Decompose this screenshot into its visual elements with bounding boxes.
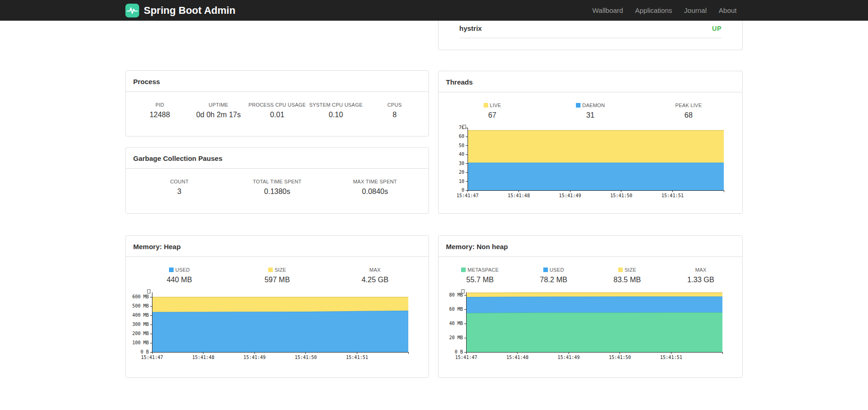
stat-threads-live: LIVE 67 [443, 102, 541, 120]
legend-swatch-metaspace [461, 268, 466, 272]
application-status-badge: UP [712, 25, 721, 32]
stat-nonheap-used: USED 78.2 MB [517, 267, 590, 284]
svg-text:15:41:49: 15:41:49 [243, 355, 265, 360]
svg-text:15:41:49: 15:41:49 [558, 355, 580, 360]
svg-text:60 MB: 60 MB [449, 307, 463, 312]
stat-label: LIVE [443, 102, 541, 108]
process-stats: PID 12488 UPTIME 0d 0h 2m 17s PROCESS CP… [126, 92, 428, 119]
legend-swatch-daemon [576, 103, 581, 108]
svg-text:15:41:51: 15:41:51 [661, 193, 683, 198]
stat-value: 78.2 MB [517, 276, 590, 284]
process-panel-title: Process [126, 71, 428, 92]
process-panel: Process PID 12488 UPTIME 0d 0h 2m 17s PR… [125, 70, 429, 137]
stat-process-cpu-usage: PROCESS CPU USAGE 0.01 [248, 102, 307, 119]
stat-label: PID [130, 102, 189, 108]
memory-nonheap-chart: 0 B20 MB40 MB60 MB80 MB15:41:4715:41:481… [446, 289, 742, 362]
svg-text:15:41:48: 15:41:48 [192, 355, 214, 360]
nav-applications[interactable]: Applications [629, 0, 678, 21]
stat-label: TOTAL TIME SPENT [228, 179, 326, 184]
stat-value: 0.10 [306, 111, 365, 119]
memory-heap-panel-title: Memory: Heap [126, 236, 428, 257]
svg-text:20: 20 [459, 170, 464, 175]
gc-pauses-panel: Garbage Collection Pauses COUNT 3 TOTAL … [125, 147, 429, 214]
legend-swatch-live [484, 103, 488, 108]
brand[interactable]: Spring Boot Admin [125, 4, 236, 17]
memory-nonheap-panel: Memory: Non heap METASPACE 55.7 MB USED … [438, 235, 743, 378]
svg-text:60: 60 [459, 134, 464, 139]
stat-label: MAX TIME SPENT [326, 179, 424, 184]
svg-text:100 MB: 100 MB [132, 340, 149, 345]
stat-value: 0d 0h 2m 17s [189, 111, 248, 119]
stat-nonheap-max: MAX 1.33 GB [664, 267, 738, 284]
stat-heap-used: USED 440 MB [130, 267, 228, 284]
stat-value: 12488 [130, 111, 189, 119]
threads-panel: Threads LIVE 67 DAEMON 31 PEAK LIVE 68 [438, 71, 743, 214]
svg-text:400 MB: 400 MB [132, 313, 149, 318]
svg-text:15:41:51: 15:41:51 [346, 355, 368, 360]
nav-about[interactable]: About [713, 0, 743, 21]
gc-stats: COUNT 3 TOTAL TIME SPENT 0.1380s MAX TIM… [126, 169, 428, 196]
application-name: hystrix [459, 24, 482, 32]
svg-text:15:41:50: 15:41:50 [609, 355, 631, 360]
svg-text:40: 40 [459, 152, 464, 157]
svg-text:15:41:49: 15:41:49 [559, 193, 581, 198]
stat-value: 1.33 GB [664, 276, 738, 284]
stat-gc-count: COUNT 3 [130, 179, 228, 196]
navbar: Spring Boot Admin Wallboard Applications… [0, 0, 868, 21]
svg-text:15:41:51: 15:41:51 [660, 355, 682, 360]
svg-text:300 MB: 300 MB [132, 322, 149, 327]
svg-text:0 B: 0 B [455, 349, 463, 354]
legend-swatch-used [543, 268, 548, 272]
stat-label: CPUS [365, 102, 424, 108]
stat-nonheap-metaspace: METASPACE 55.7 MB [443, 267, 517, 284]
stat-system-cpu-usage: SYSTEM CPU USAGE 0.10 [306, 102, 365, 119]
memory-heap-chart: 0 B100 MB200 MB300 MB400 MB500 MB600 MB1… [130, 289, 428, 362]
svg-text:80 MB: 80 MB [449, 292, 463, 297]
stat-value: 83.5 MB [591, 276, 664, 284]
svg-text:15:41:48: 15:41:48 [507, 355, 529, 360]
stat-label: PEAK LIVE [639, 102, 738, 108]
stat-label: USED [517, 267, 590, 273]
stat-gc-max-time: MAX TIME SPENT 0.0840s [326, 179, 424, 196]
threads-chart: 01020304050607015:41:4715:41:4815:41:491… [457, 124, 742, 200]
stat-value: 31 [541, 111, 640, 120]
stat-value: 68 [639, 111, 738, 120]
svg-text:0: 0 [462, 188, 464, 193]
stat-label: SIZE [591, 267, 664, 273]
stat-label: SIZE [228, 267, 326, 273]
stat-label: COUNT [130, 179, 228, 184]
svg-text:15:41:50: 15:41:50 [295, 355, 317, 360]
spring-boot-admin-logo-icon [125, 4, 139, 17]
svg-text:15:41:50: 15:41:50 [610, 193, 632, 198]
stat-label: USED [130, 267, 228, 273]
svg-text:200 MB: 200 MB [132, 331, 149, 336]
memory-nonheap-panel-title: Memory: Non heap [439, 236, 742, 257]
svg-text:600 MB: 600 MB [132, 294, 149, 299]
application-row[interactable]: hystrix UP [459, 21, 721, 38]
stat-label: UPTIME [189, 102, 248, 108]
stat-value: 0.1380s [228, 188, 326, 196]
legend-swatch-size [618, 268, 623, 272]
stat-value: 4.25 GB [326, 276, 424, 284]
stat-value: 0.0840s [326, 188, 424, 196]
nav-journal[interactable]: Journal [678, 0, 713, 21]
stat-threads-peak-live: PEAK LIVE 68 [639, 102, 738, 120]
stat-nonheap-size: SIZE 83.5 MB [591, 267, 664, 284]
threads-stats: LIVE 67 DAEMON 31 PEAK LIVE 68 [439, 92, 742, 120]
memory-nonheap-stats: METASPACE 55.7 MB USED 78.2 MB SIZE 83.5… [439, 257, 742, 284]
stat-label: MAX [326, 267, 424, 273]
threads-panel-title: Threads [439, 71, 742, 92]
svg-text:500 MB: 500 MB [132, 303, 149, 308]
stat-value: 597 MB [228, 276, 326, 284]
stat-label: METASPACE [443, 267, 517, 273]
nav-wallboard[interactable]: Wallboard [586, 0, 629, 21]
left-column: Process PID 12488 UPTIME 0d 0h 2m 17s PR… [125, 70, 429, 378]
legend-swatch-used [169, 268, 174, 272]
gc-panel-title: Garbage Collection Pauses [126, 148, 428, 169]
brand-title: Spring Boot Admin [144, 5, 236, 17]
stat-label: DAEMON [541, 102, 640, 108]
stat-uptime: UPTIME 0d 0h 2m 17s [189, 102, 248, 119]
stat-label: SYSTEM CPU USAGE [306, 102, 365, 108]
svg-text:15:41:47: 15:41:47 [141, 355, 163, 360]
stat-value: 0.01 [248, 111, 307, 119]
